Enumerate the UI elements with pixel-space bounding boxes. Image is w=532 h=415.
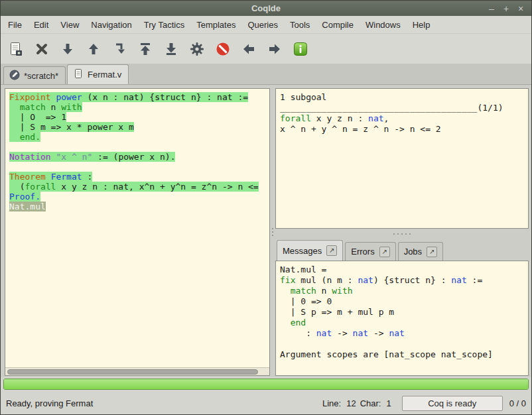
next-button[interactable]	[265, 39, 285, 59]
close-icon	[34, 41, 50, 57]
interrupt-button[interactable]	[213, 39, 233, 59]
code-line: end	[280, 318, 528, 328]
tab-label: Jobs	[404, 247, 422, 257]
code-line: 1 subgoal	[280, 92, 528, 103]
toolbar	[1, 34, 531, 64]
menu-edit[interactable]: Edit	[28, 17, 54, 32]
goals-panel[interactable]: 1 subgoal_______________________________…	[275, 88, 529, 229]
menu-tools[interactable]: Tools	[284, 17, 316, 32]
line-label: Line:	[322, 398, 341, 408]
code-line: ______________________________________(1…	[280, 103, 528, 113]
forward-one-icon	[60, 41, 76, 57]
coq-state-indicator: Coq is ready	[402, 396, 503, 411]
code-line	[280, 339, 528, 349]
tab-bar: *scratch* Fermat.v	[1, 64, 531, 85]
code-line: Argument scopes are [nat_scope nat_scope…	[280, 349, 528, 360]
coqide-window: CoqIde – + × FileEditViewNavigationTry T…	[0, 0, 532, 415]
code-line: | 0 => 0	[280, 296, 528, 307]
maximize-button[interactable]: +	[499, 2, 513, 15]
code-line: | O => 1	[9, 112, 269, 122]
char-value: 1	[386, 398, 391, 408]
about-button[interactable]	[291, 39, 310, 59]
code-line: Nat.mul	[9, 202, 269, 211]
window-title: CoqIde	[1, 3, 531, 13]
code-line: (forall x y z n : nat, x^n + y^n = z^n -…	[9, 182, 269, 192]
code-line	[9, 142, 269, 152]
tab-label: Fermat.v	[88, 70, 121, 80]
scratch-icon	[9, 70, 20, 82]
close-button[interactable]: ×	[514, 2, 527, 15]
title-bar[interactable]: CoqIde – + ×	[1, 1, 531, 16]
code-line	[9, 162, 269, 172]
forward-one-button[interactable]	[58, 39, 78, 59]
go-to-end-button[interactable]	[161, 39, 181, 59]
menu-windows[interactable]: Windows	[360, 17, 407, 32]
tab-label: *scratch*	[24, 71, 58, 81]
line-value: 12	[346, 398, 356, 408]
messages-panel[interactable]: Nat.mul =fix mul (n m : nat) {struct n} …	[275, 261, 529, 376]
menu-bar: FileEditViewNavigationTry TacticsTemplat…	[1, 16, 531, 34]
save-button[interactable]	[6, 39, 26, 59]
menu-queries[interactable]: Queries	[241, 17, 284, 32]
code-line: match n with	[9, 102, 269, 112]
save-icon	[8, 41, 24, 57]
tab-label: Errors	[351, 247, 374, 257]
horizontal-splitter[interactable]	[275, 229, 529, 239]
code-line: : nat -> nat -> nat	[280, 328, 528, 339]
status-bar: Ready, proving Fermat Line: 12 Char: 1 C…	[1, 392, 531, 414]
tab-fermat[interactable]: Fermat.v	[67, 64, 129, 84]
tab-messages[interactable]: Messages ↗	[277, 240, 343, 261]
fully-check-icon	[189, 41, 205, 57]
go-to-cursor-icon	[111, 41, 127, 57]
status-message: Ready, proving Fermat	[6, 398, 93, 408]
menu-templates[interactable]: Templates	[190, 17, 241, 32]
menu-try-tactics[interactable]: Try Tactics	[138, 17, 190, 32]
code-line: | S m => x * power x m	[9, 122, 269, 132]
menu-navigation[interactable]: Navigation	[85, 17, 137, 32]
window-controls: – + ×	[485, 2, 531, 15]
right-column: 1 subgoal_______________________________…	[275, 88, 529, 376]
code-line: Nat.mul =	[280, 265, 528, 275]
tab-jobs[interactable]: Jobs ↗	[398, 242, 443, 261]
progress-bar	[3, 379, 529, 390]
backward-one-button[interactable]	[84, 39, 103, 59]
menu-help[interactable]: Help	[407, 17, 436, 32]
restart-button[interactable]	[135, 39, 155, 59]
main-content: Fixpoint power (x n : nat) {struct n} : …	[1, 85, 531, 377]
code-line: Notation "x ^ n" := (power x n).	[9, 152, 269, 162]
progress-fill	[4, 379, 528, 389]
code-line: forall x y z n : nat,	[280, 113, 528, 124]
interrupt-icon	[215, 41, 231, 57]
h-scrollbar-thumb[interactable]	[7, 369, 258, 375]
vertical-splitter[interactable]	[270, 88, 275, 376]
status-right: Line: 12 Char: 1 Coq is ready 0 / 0	[322, 396, 526, 411]
detach-icon[interactable]: ↗	[326, 245, 337, 256]
code-line: match n with	[280, 286, 528, 296]
tab-scratch[interactable]: *scratch*	[3, 66, 66, 84]
script-editor-pane[interactable]: Fixpoint power (x n : nat) {struct n} : …	[5, 88, 270, 376]
script-editor[interactable]: Fixpoint power (x n : nat) {struct n} : …	[5, 89, 269, 367]
menu-view[interactable]: View	[54, 17, 85, 32]
detach-icon[interactable]: ↗	[427, 247, 437, 257]
worker-counter: 0 / 0	[509, 398, 526, 408]
document-icon	[73, 68, 84, 81]
tab-errors[interactable]: Errors ↗	[345, 242, 395, 261]
detach-icon[interactable]: ↗	[379, 247, 390, 257]
restart-icon	[137, 41, 153, 57]
code-line: Proof.	[9, 192, 269, 202]
go-to-cursor-button[interactable]	[109, 39, 129, 59]
code-line: Theorem Fermat :	[9, 172, 269, 182]
backward-one-icon	[86, 41, 101, 57]
previous-icon	[241, 41, 257, 57]
next-icon	[267, 41, 283, 57]
about-icon	[293, 41, 308, 57]
previous-button[interactable]	[239, 39, 259, 59]
fully-check-button[interactable]	[187, 39, 207, 59]
horizontal-scrollbar[interactable]	[5, 367, 269, 375]
code-line: x ^ n + y ^ n = z ^ n -> n <= 2	[280, 124, 528, 135]
close-button[interactable]	[32, 39, 52, 59]
tab-label: Messages	[283, 246, 322, 256]
menu-file[interactable]: File	[2, 17, 28, 32]
menu-compile[interactable]: Compile	[316, 17, 360, 32]
minimize-button[interactable]: –	[485, 2, 498, 15]
